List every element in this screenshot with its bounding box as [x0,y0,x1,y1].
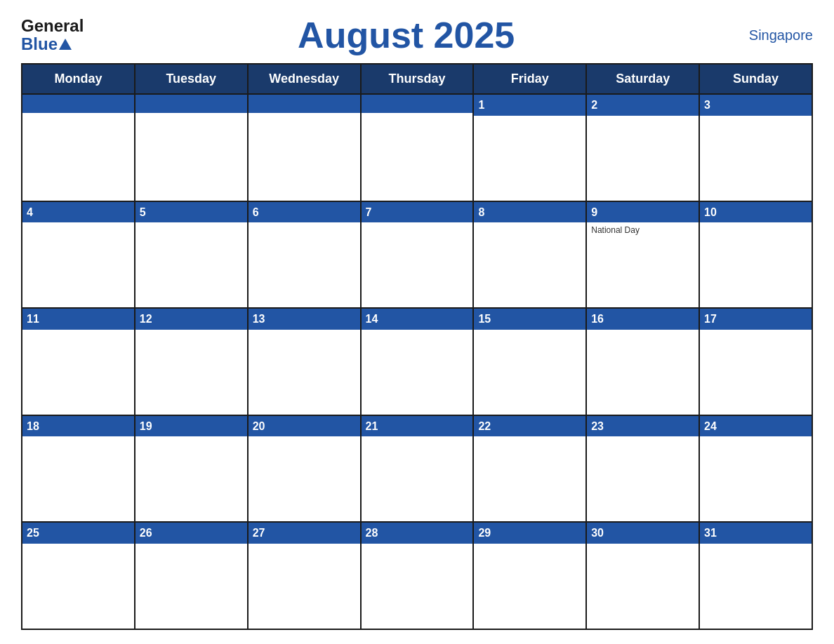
logo-line2: Blue [21,35,84,53]
calendar-cell [135,94,248,201]
calendar-cell: 28 [361,522,474,629]
calendar-cell: 15 [473,308,586,415]
calendar-region: Singapore [729,27,813,43]
calendar-cell: 23 [586,415,699,523]
calendar-cell [248,94,361,201]
logo-triangle-icon [59,39,72,50]
calendar-cell: 11 [22,308,135,415]
calendar-cell: 7 [361,201,474,309]
day-number: 31 [700,523,812,544]
calendar-cell: 24 [699,415,812,523]
day-number: 23 [587,416,699,437]
calendar-cell: 20 [248,415,361,523]
day-number: 8 [474,202,585,223]
day-number: 10 [700,202,812,223]
day-number: 26 [135,523,247,544]
calendar-title: August 2025 [298,14,515,56]
header-sunday: Sunday [699,64,812,94]
calendar-cell: 4 [22,201,135,309]
day-number: 22 [474,416,585,437]
calendar-cell: 22 [473,415,586,523]
day-number: 18 [22,416,134,437]
day-number: 9 [587,202,699,223]
calendar-cell: 19 [135,415,248,523]
calendar-cell: 1 [473,94,586,201]
calendar-cell [22,94,135,201]
calendar-cell: 3 [699,94,812,201]
logo: General Blue [21,17,84,54]
calendar-cell: 8 [473,201,586,309]
day-number: 1 [474,95,585,116]
calendar-cell: 26 [135,522,248,629]
day-number: 20 [249,416,360,437]
calendar-table: MondayTuesdayWednesdayThursdayFridaySatu… [21,63,813,630]
day-number: 16 [587,309,699,330]
calendar-cell: 9National Day [586,201,699,309]
calendar-cell: 6 [248,201,361,309]
calendar-week-3: 11121314151617 [22,308,812,415]
day-number: 19 [135,416,247,437]
calendar-cell: 31 [699,522,812,629]
calendar-cell: 18 [22,415,135,523]
empty-day-header [362,95,473,113]
logo-line1: General [21,17,84,35]
header-monday: Monday [22,64,135,94]
calendar-event: National Day [591,225,694,235]
calendar-cell: 21 [361,415,474,523]
day-number: 15 [474,309,585,330]
day-number: 5 [135,202,247,223]
day-number: 7 [362,202,473,223]
header-tuesday: Tuesday [135,64,248,94]
calendar-cell: 17 [699,308,812,415]
calendar-week-4: 18192021222324 [22,415,812,523]
calendar-week-5: 25262728293031 [22,522,812,629]
calendar-cell: 10 [699,201,812,309]
empty-day-header [22,95,134,113]
calendar-cell: 5 [135,201,248,309]
day-number: 25 [22,523,134,544]
calendar-cell: 30 [586,522,699,629]
day-number: 24 [700,416,812,437]
day-number: 3 [700,95,812,116]
calendar-cell: 12 [135,308,248,415]
header-thursday: Thursday [361,64,474,94]
empty-day-header [135,95,247,113]
page-header: General Blue August 2025 Singapore [21,14,813,56]
day-number: 14 [362,309,473,330]
calendar-cell: 16 [586,308,699,415]
calendar-cell: 25 [22,522,135,629]
calendar-week-2: 456789National Day10 [22,201,812,309]
calendar-cell: 14 [361,308,474,415]
header-wednesday: Wednesday [248,64,361,94]
header-friday: Friday [473,64,586,94]
day-number: 12 [135,309,247,330]
day-number: 30 [587,523,699,544]
logo-line2-text: Blue [21,35,58,53]
day-number: 2 [587,95,699,116]
day-number: 21 [362,416,473,437]
day-number: 13 [249,309,360,330]
calendar-cell: 29 [473,522,586,629]
day-number: 11 [22,309,134,330]
day-number: 4 [22,202,134,223]
calendar-cell [361,94,474,201]
calendar-cell: 27 [248,522,361,629]
day-number: 28 [362,523,473,544]
day-number: 29 [474,523,585,544]
calendar-week-1: 123 [22,94,812,201]
calendar-cell: 13 [248,308,361,415]
header-saturday: Saturday [586,64,699,94]
day-number: 27 [249,523,360,544]
day-number: 6 [249,202,360,223]
calendar-header-row: MondayTuesdayWednesdayThursdayFridaySatu… [22,64,812,94]
day-number: 17 [700,309,812,330]
empty-day-header [249,95,360,113]
calendar-cell: 2 [586,94,699,201]
